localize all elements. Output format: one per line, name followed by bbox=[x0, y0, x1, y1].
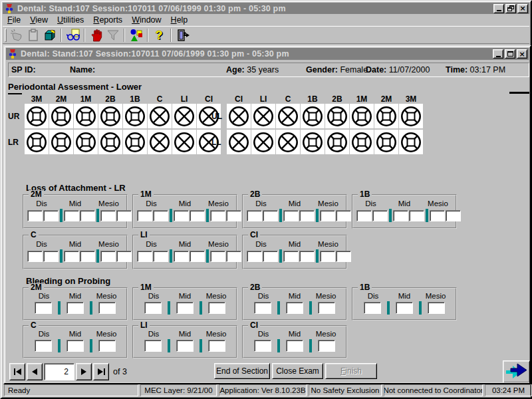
shapes-chart-button[interactable] bbox=[128, 27, 144, 43]
end-of-section-button[interactable]: End of Section bbox=[214, 363, 270, 379]
bop-ci-mid-input[interactable] bbox=[286, 340, 303, 352]
bop-1b-mid-input[interactable] bbox=[396, 302, 413, 314]
loa-1m-mid-input-2[interactable] bbox=[190, 210, 205, 221]
menu-file[interactable]: File bbox=[3, 15, 25, 25]
loa-c-mid-input-2[interactable] bbox=[80, 251, 95, 262]
bop-c-mesio-input[interactable] bbox=[98, 340, 116, 352]
loa-group-2m: 2MDisMidMesio bbox=[23, 194, 128, 229]
loa-2b-mesio-input-2[interactable] bbox=[336, 210, 351, 221]
loa-2m-dis-input-2[interactable] bbox=[43, 210, 59, 221]
bop-1m-mesio-input[interactable] bbox=[208, 302, 225, 314]
bop-2b-mesio-input[interactable] bbox=[318, 302, 335, 314]
bop-2m-mesio-input[interactable] bbox=[98, 302, 116, 314]
loa-1b-mid-input-1[interactable] bbox=[393, 210, 408, 221]
loa-c-mesio-input-1[interactable] bbox=[100, 251, 116, 262]
bop-2b-dis-input[interactable] bbox=[254, 302, 271, 314]
exit-door-button[interactable] bbox=[174, 27, 191, 43]
close-button[interactable]: × bbox=[517, 4, 528, 13]
loa-1b-dis-input-1[interactable] bbox=[356, 210, 372, 221]
next-page-button[interactable] bbox=[503, 360, 530, 383]
last-record-button[interactable] bbox=[93, 363, 109, 380]
toolbar-grip[interactable] bbox=[5, 29, 7, 42]
cube-button[interactable] bbox=[41, 27, 58, 43]
loa-1b-mesio-input-2[interactable] bbox=[446, 210, 461, 221]
bop-c-mid-input[interactable] bbox=[66, 340, 84, 352]
loa-c-mid-input-1[interactable] bbox=[64, 251, 79, 262]
loa-li-mid-input-2[interactable] bbox=[190, 251, 205, 262]
loa-1m-mid-input-1[interactable] bbox=[174, 210, 189, 221]
cube-icon bbox=[43, 29, 57, 42]
loa-ci-mid-input-2[interactable] bbox=[299, 251, 315, 262]
bop-2m-dis-input[interactable] bbox=[35, 302, 52, 314]
minimize-button[interactable] bbox=[493, 4, 504, 13]
loa-c-dis-input-2[interactable] bbox=[43, 251, 59, 262]
child-minimize-button[interactable] bbox=[493, 49, 503, 59]
menu-help[interactable]: Help bbox=[166, 15, 193, 25]
field-label-mesio: Mesio bbox=[204, 200, 233, 207]
loa-1m-dis-input-2[interactable] bbox=[153, 210, 168, 221]
bop-li-dis-input[interactable] bbox=[144, 340, 162, 352]
tooth-lr-1m bbox=[74, 130, 98, 154]
glasses-button[interactable] bbox=[65, 27, 81, 43]
bop-ci-dis-input[interactable] bbox=[254, 340, 271, 352]
loa-c-mesio-input-2[interactable] bbox=[116, 251, 132, 262]
bop-2m-mid-input[interactable] bbox=[66, 302, 84, 314]
loa-li-mid-input-1[interactable] bbox=[174, 251, 189, 262]
clipboard-button bbox=[25, 27, 41, 43]
menu-reports[interactable]: Reports bbox=[88, 15, 127, 25]
loa-ci-dis-input-2[interactable] bbox=[263, 251, 278, 262]
loa-2m-mesio-input-2[interactable] bbox=[116, 210, 132, 221]
close-exam-button[interactable]: Close Exam bbox=[272, 363, 323, 379]
previous-record-button[interactable] bbox=[27, 363, 43, 380]
stop-hand-button[interactable] bbox=[88, 27, 104, 43]
child-titlebar[interactable]: Dental: Stand:107 Session:107011 07/06/1… bbox=[6, 48, 529, 60]
bop-1m-mid-input[interactable] bbox=[176, 302, 194, 314]
loa-2b-dis-input-1[interactable] bbox=[247, 210, 262, 221]
loa-2m-dis-input-1[interactable] bbox=[27, 210, 43, 221]
menu-window[interactable]: Window bbox=[127, 15, 166, 25]
bop-li-mid-input[interactable] bbox=[176, 340, 194, 352]
loa-2m-mid-input-2[interactable] bbox=[80, 210, 95, 221]
loa-2b-mesio-input-1[interactable] bbox=[320, 210, 335, 221]
bop-1m-dis-input[interactable] bbox=[144, 302, 162, 314]
loa-ci-mesio-input-1[interactable] bbox=[320, 251, 335, 262]
child-close-button[interactable]: × bbox=[517, 49, 527, 59]
loa-1b-mesio-input-1[interactable] bbox=[430, 210, 445, 221]
loa-li-mesio-input-1[interactable] bbox=[210, 251, 225, 262]
loa-1m-mesio-input-1[interactable] bbox=[210, 210, 225, 221]
loa-1b-dis-input-2[interactable] bbox=[372, 210, 388, 221]
restore-button[interactable] bbox=[505, 4, 516, 13]
bop-1b-dis-input[interactable] bbox=[364, 302, 381, 314]
loa-2b-mid-input-2[interactable] bbox=[299, 210, 315, 221]
child-maximize-button[interactable] bbox=[505, 49, 515, 59]
loa-ci-mesio-input-2[interactable] bbox=[336, 251, 351, 262]
loa-2m-mesio-input-1[interactable] bbox=[100, 210, 116, 221]
loa-ci-dis-input-1[interactable] bbox=[247, 251, 262, 262]
loa-c-dis-input-1[interactable] bbox=[27, 251, 43, 262]
bop-1b-mesio-input[interactable] bbox=[428, 302, 445, 314]
page-number-input[interactable] bbox=[44, 363, 74, 380]
field-label-dis: Dis bbox=[139, 292, 168, 300]
tooth-row-label-lr: LR bbox=[8, 130, 24, 154]
loa-2b-dis-input-2[interactable] bbox=[263, 210, 278, 221]
loa-1m-dis-input-1[interactable] bbox=[137, 210, 152, 221]
bop-c-dis-input[interactable] bbox=[35, 340, 52, 352]
menu-view[interactable]: View bbox=[25, 15, 53, 25]
bop-ci-mesio-input[interactable] bbox=[318, 340, 335, 352]
loa-1m-mesio-input-2[interactable] bbox=[226, 210, 241, 221]
menu-utilities[interactable]: Utilities bbox=[53, 15, 88, 25]
loa-li-dis-input-2[interactable] bbox=[153, 251, 168, 262]
loa-li-mesio-input-2[interactable] bbox=[226, 251, 241, 262]
loa-2m-mid-input-1[interactable] bbox=[64, 210, 79, 221]
loa-li-dis-input-1[interactable] bbox=[137, 251, 152, 262]
loa-2b-mid-input-1[interactable] bbox=[283, 210, 299, 221]
next-record-button[interactable] bbox=[76, 363, 92, 380]
teal-divider bbox=[58, 301, 61, 315]
main-titlebar[interactable]: Dental: Stand:107 Session:107011 07/06/1… bbox=[3, 3, 529, 14]
first-record-button[interactable] bbox=[9, 363, 25, 380]
loa-ci-mid-input-1[interactable] bbox=[283, 251, 299, 262]
help-button[interactable]: ?? bbox=[151, 27, 168, 43]
loa-1b-mid-input-2[interactable] bbox=[409, 210, 424, 221]
bop-li-mesio-input[interactable] bbox=[208, 340, 225, 352]
bop-2b-mid-input[interactable] bbox=[286, 302, 303, 314]
